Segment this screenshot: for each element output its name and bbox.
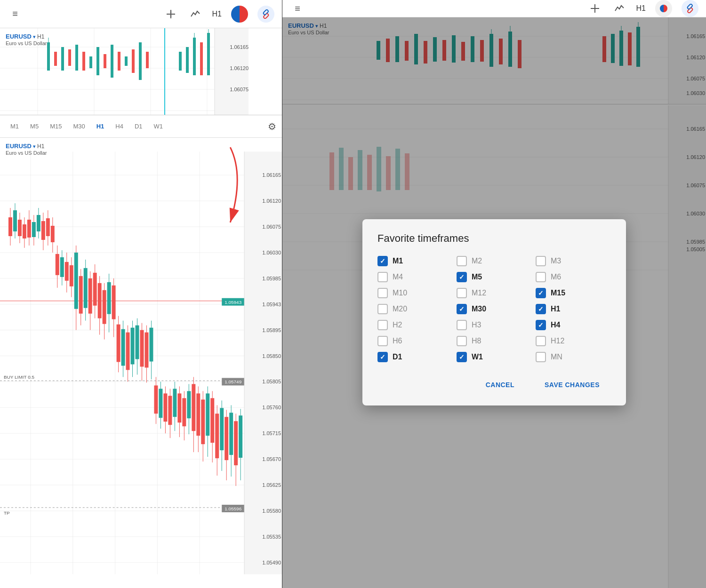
tf-option-m1[interactable]: M1 xyxy=(377,256,453,266)
right-chart-container: EURUSD ▾ H1 Euro vs US Dollar xyxy=(282,17,706,588)
svg-rect-146 xyxy=(192,384,195,431)
tf-label-m15: M15 xyxy=(551,289,565,297)
svg-rect-152 xyxy=(206,393,209,436)
tf-label-h1: H1 xyxy=(551,305,560,313)
svg-text:1.05715: 1.05715 xyxy=(262,430,281,436)
tf-option-m20[interactable]: M20 xyxy=(377,304,453,314)
tf-checkbox-m10[interactable] xyxy=(377,288,388,298)
svg-rect-156 xyxy=(215,413,219,458)
right-crosshair-icon[interactable] xyxy=(587,1,602,16)
tf-checkbox-m12[interactable] xyxy=(457,288,467,298)
right-panel: ≡ H1 xyxy=(282,0,706,588)
tf-label-m30: M30 xyxy=(472,305,486,313)
tf-label-h8: H8 xyxy=(472,337,481,345)
tf-w1[interactable]: W1 xyxy=(149,120,168,133)
tf-checkbox-m3[interactable] xyxy=(536,256,546,266)
tf-option-h8[interactable]: H8 xyxy=(457,336,532,346)
tf-option-m12[interactable]: M12 xyxy=(457,288,532,298)
right-link-btn[interactable] xyxy=(682,0,698,17)
tf-option-h6[interactable]: H6 xyxy=(377,336,453,346)
left-menu-icon[interactable]: ≡ xyxy=(8,7,23,22)
tf-option-m2[interactable]: M2 xyxy=(457,256,532,266)
tf-option-m6[interactable]: M6 xyxy=(536,272,611,282)
tf-gear-icon[interactable]: ⚙ xyxy=(268,121,276,132)
tf-label-mn: MN xyxy=(551,353,562,361)
tf-m1[interactable]: M1 xyxy=(6,120,24,133)
svg-text:1.05749: 1.05749 xyxy=(225,379,241,384)
svg-text:1.06030: 1.06030 xyxy=(262,250,281,255)
svg-rect-76 xyxy=(27,220,31,238)
tf-checkbox-m30[interactable] xyxy=(457,304,467,314)
svg-rect-29 xyxy=(179,52,182,71)
svg-rect-106 xyxy=(98,283,102,318)
svg-rect-20 xyxy=(96,47,99,75)
tf-option-h1[interactable]: H1 xyxy=(536,304,611,314)
tf-checkbox-m5[interactable] xyxy=(457,272,467,282)
tf-checkbox-m15[interactable] xyxy=(536,288,546,298)
right-indicator-icon[interactable] xyxy=(612,1,627,16)
svg-rect-36 xyxy=(215,28,249,115)
left-main-chart-svg: BUY LIMIT 0.5 TP xyxy=(0,138,282,588)
tf-checkbox-d1[interactable] xyxy=(377,352,388,362)
tf-option-m15[interactable]: M15 xyxy=(536,288,611,298)
tf-checkbox-h2[interactable] xyxy=(377,320,388,330)
right-timeframe-btn[interactable]: H1 xyxy=(636,4,646,13)
svg-rect-140 xyxy=(177,393,181,422)
tf-checkbox-h12[interactable] xyxy=(536,336,546,346)
tf-option-h2[interactable]: H2 xyxy=(377,320,453,330)
tf-option-h4[interactable]: H4 xyxy=(536,320,611,330)
svg-text:1.05596: 1.05596 xyxy=(225,506,241,511)
tf-checkbox-h6[interactable] xyxy=(377,336,388,346)
svg-rect-100 xyxy=(84,268,88,308)
tf-checkbox-m4[interactable] xyxy=(377,272,388,282)
left-link-btn[interactable] xyxy=(257,6,274,23)
svg-rect-136 xyxy=(168,396,172,425)
tf-h1[interactable]: H1 xyxy=(92,120,109,133)
tf-checkbox-m20[interactable] xyxy=(377,304,388,314)
tf-option-mn[interactable]: MN xyxy=(536,352,611,362)
tf-label-m2: M2 xyxy=(472,257,482,265)
tf-m15[interactable]: M15 xyxy=(45,120,66,133)
svg-rect-96 xyxy=(74,253,78,309)
tf-h4[interactable]: H4 xyxy=(111,120,128,133)
tf-option-h12[interactable]: H12 xyxy=(536,336,611,346)
svg-text:TP: TP xyxy=(4,510,10,516)
cancel-button[interactable]: CANCEL xyxy=(474,375,526,394)
left-timeframe-btn[interactable]: H1 xyxy=(212,10,222,18)
svg-rect-148 xyxy=(196,393,200,436)
tf-option-m5[interactable]: M5 xyxy=(457,272,532,282)
left-panel: ≡ H1 xyxy=(0,0,282,588)
tf-checkbox-h1[interactable] xyxy=(536,304,546,314)
svg-rect-98 xyxy=(79,276,83,314)
tf-d1[interactable]: D1 xyxy=(130,120,147,133)
tf-checkbox-m6[interactable] xyxy=(536,272,546,282)
tf-checkbox-m1[interactable] xyxy=(377,256,388,266)
tf-option-m4[interactable]: M4 xyxy=(377,272,453,282)
tf-checkbox-h4[interactable] xyxy=(536,320,546,330)
tf-checkbox-mn[interactable] xyxy=(536,352,546,362)
left-theme-btn[interactable] xyxy=(231,6,248,23)
tf-checkbox-h3[interactable] xyxy=(457,320,467,330)
tf-option-m3[interactable]: M3 xyxy=(536,256,611,266)
tf-option-m10[interactable]: M10 xyxy=(377,288,453,298)
tf-m30[interactable]: M30 xyxy=(68,120,89,133)
svg-rect-27 xyxy=(146,52,149,68)
tf-option-h3[interactable]: H3 xyxy=(457,320,532,330)
tf-m5[interactable]: M5 xyxy=(25,120,43,133)
tf-checkbox-w1[interactable] xyxy=(457,352,467,362)
svg-text:1.05670: 1.05670 xyxy=(262,456,281,462)
tf-option-w1[interactable]: W1 xyxy=(457,352,532,362)
tf-checkbox-h8[interactable] xyxy=(457,336,467,346)
tf-checkbox-m2[interactable] xyxy=(457,256,467,266)
tf-label-m10: M10 xyxy=(393,289,407,297)
tf-option-m30[interactable]: M30 xyxy=(457,304,532,314)
left-crosshair-icon[interactable] xyxy=(163,7,178,22)
left-indicator-icon[interactable] xyxy=(188,7,203,22)
tf-label-m20: M20 xyxy=(393,305,407,313)
svg-rect-134 xyxy=(163,393,167,421)
svg-rect-90 xyxy=(60,257,64,277)
tf-option-d1[interactable]: D1 xyxy=(377,352,453,362)
right-theme-btn[interactable] xyxy=(655,0,672,17)
save-changes-button[interactable]: SAVE CHANGES xyxy=(533,375,611,394)
right-menu-icon[interactable]: ≡ xyxy=(290,1,305,16)
